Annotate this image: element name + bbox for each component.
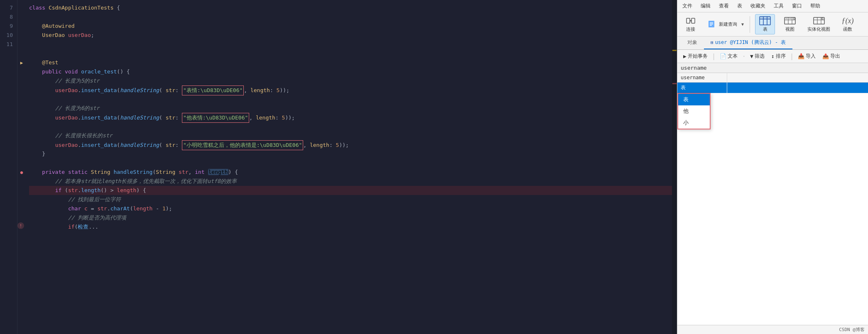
code-line-cmt5: // 找到最后一位字符 xyxy=(29,195,672,204)
action-export[interactable]: 📤 导出 xyxy=(820,51,843,61)
minimap xyxy=(672,0,677,334)
code-line-oracle-test: public void oracle_test() { xyxy=(29,67,672,76)
menu-tools[interactable]: 工具 xyxy=(770,1,787,11)
export-icon: 📤 xyxy=(822,53,829,59)
line-num-11: 11 xyxy=(0,40,13,49)
view-icon xyxy=(784,16,796,25)
line-num-9: 9 xyxy=(0,22,13,31)
menu-edit[interactable]: 编辑 xyxy=(697,1,714,11)
action-sort-label: 排序 xyxy=(776,53,786,60)
code-line-cmt4: // 若本身str就比length长很多，优先截取一次，优化下面转utf8的效率 xyxy=(29,177,672,186)
code-line-handle-string: private static String handleString(Strin… xyxy=(29,168,672,177)
new-query-icon xyxy=(708,20,717,28)
col-header-username: username xyxy=(677,73,727,82)
code-line-cmt2: // 长度为6的str xyxy=(29,104,672,113)
toolbar-table[interactable]: 表 xyxy=(755,14,775,34)
table-icon xyxy=(759,16,771,25)
status-text: CSDN @博客 xyxy=(839,327,865,333)
code-line-if-check: if(检查... xyxy=(29,222,672,232)
code-line-8 xyxy=(29,12,672,22)
dropdown-item-he[interactable]: 他 xyxy=(678,105,710,117)
action-filter[interactable]: ▼ 筛选 xyxy=(748,51,767,61)
code-line-close1: } xyxy=(29,149,672,158)
table-row-1[interactable]: 表 表 他 小 xyxy=(677,83,868,93)
menu-bar: 文件 编辑 查看 表 收藏夹 工具 窗口 帮助 xyxy=(677,0,868,12)
text-icon: 📄 xyxy=(720,53,726,59)
code-content[interactable]: class CsdnApplicationTests { @Autowired … xyxy=(26,0,672,334)
toolbar-connect[interactable]: 连接 xyxy=(681,15,701,34)
svg-rect-1 xyxy=(691,18,695,23)
data-table: username 表 表 他 小 xyxy=(677,73,868,325)
code-line-7: class CsdnApplicationTests { xyxy=(29,3,672,12)
menu-favorites[interactable]: 收藏夹 xyxy=(747,1,769,11)
line-num-7: 7 xyxy=(0,3,13,12)
code-line-cmt1: // 长度为5的str xyxy=(29,76,672,85)
toolbar-view[interactable]: 视图 xyxy=(780,15,800,34)
new-query-label: 新建查询 xyxy=(719,21,737,27)
code-line-insert1: userDao.insert_data(handleString( str: "… xyxy=(29,85,672,95)
toolbar-mat-view[interactable]: 实体化视图 xyxy=(805,15,833,34)
breakpoint-circle-25: ● xyxy=(17,168,26,177)
svg-rect-0 xyxy=(687,18,690,23)
mat-view-label: 实体化视图 xyxy=(807,26,830,32)
code-line-blank4 xyxy=(29,158,672,168)
tab-bar: 对象 ⊞ user @YIJIN (腾讯云) - 表 xyxy=(677,37,868,50)
sort-icon: ↕ xyxy=(771,53,775,59)
toolbar-new-query[interactable]: 新建查询 xyxy=(706,18,740,31)
table-container: username 表 表 他 小 xyxy=(677,73,868,93)
tab-user-table-icon: ⊞ xyxy=(711,40,714,45)
function-label: 函数 xyxy=(843,26,852,32)
filter-icon: ▼ xyxy=(750,53,753,59)
right-toolbar: 连接 新建查询 ▼ xyxy=(677,12,868,37)
code-line-char-c: char c = str.charAt(length - 1); xyxy=(29,204,672,213)
dropdown-popup: 表 他 小 xyxy=(677,93,711,129)
code-line-cmt3: // 长度很长很长的str xyxy=(29,131,672,140)
import-icon: 📥 xyxy=(798,53,804,59)
code-line-insert2: userDao.insert_data(handleString( str: "… xyxy=(29,113,672,122)
table-label: 表 xyxy=(763,26,767,32)
action-import[interactable]: 📥 导入 xyxy=(795,51,818,61)
menu-help[interactable]: 帮助 xyxy=(807,1,824,11)
action-text-label: 文本 xyxy=(728,53,738,60)
col-header-row: username xyxy=(677,73,868,83)
toolbar-connect-label: 连接 xyxy=(686,26,695,32)
action-bar: ▶ 开始事务 | 📄 文本 · ▼ 筛选 ↕ 排序 | 📥 导入 📤 导出 xyxy=(677,50,868,63)
action-start-transaction[interactable]: ▶ 开始事务 xyxy=(681,51,710,61)
line-num-10: 10 xyxy=(0,31,13,40)
code-line-blank1 xyxy=(29,49,672,58)
menu-view[interactable]: 查看 xyxy=(716,1,732,11)
svg-point-3 xyxy=(690,20,691,22)
function-icon: ƒ(x) xyxy=(842,16,853,25)
action-sort[interactable]: ↕ 排序 xyxy=(769,51,788,61)
breakpoint-arrow: ▶ xyxy=(17,58,26,67)
connect-icon xyxy=(685,16,696,25)
action-filter-label: 筛选 xyxy=(755,53,765,60)
dropdown-item-xiao[interactable]: 小 xyxy=(678,117,710,129)
code-line-10: UserDao userDao; xyxy=(29,31,672,40)
minimap-marker-2 xyxy=(672,83,677,84)
svg-rect-18 xyxy=(789,18,791,19)
minimap-marker-1 xyxy=(672,50,677,51)
toolbar-function[interactable]: ƒ(x) 函数 xyxy=(838,15,858,34)
action-start-transaction-label: 开始事务 xyxy=(688,53,708,60)
code-line-if-stmt: if (str.length() > length) { xyxy=(29,186,672,195)
dropdown-item-table[interactable]: 表 xyxy=(678,94,710,105)
menu-window[interactable]: 窗口 xyxy=(789,1,805,11)
code-line-11 xyxy=(29,40,672,49)
line-num-8: 8 xyxy=(0,12,13,22)
new-query-dropdown-arrow[interactable]: ▼ xyxy=(740,22,745,27)
code-line-9: @Autowired xyxy=(29,22,672,31)
tab-user-table-label: user @YIJIN (腾讯云) - 表 xyxy=(715,39,786,46)
menu-file[interactable]: 文件 xyxy=(679,1,696,11)
svg-rect-21 xyxy=(814,17,824,24)
svg-rect-17 xyxy=(785,18,787,19)
action-text[interactable]: 📄 文本 xyxy=(717,51,740,61)
toolbar-sep-1 xyxy=(750,16,750,33)
menu-table[interactable]: 表 xyxy=(734,1,745,11)
start-transaction-icon: ▶ xyxy=(683,53,687,59)
code-line-blank3 xyxy=(29,122,672,131)
tab-user-table[interactable]: ⊞ user @YIJIN (腾讯云) - 表 xyxy=(704,37,792,49)
table-cell-1: 表 xyxy=(677,83,727,93)
tab-object[interactable]: 对象 xyxy=(681,37,704,49)
column-header: username xyxy=(677,63,868,73)
